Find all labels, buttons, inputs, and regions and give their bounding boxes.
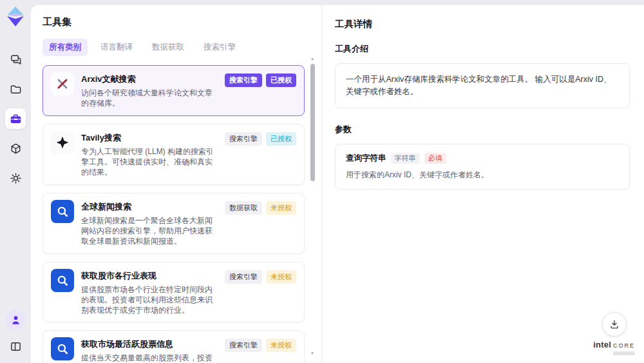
tool-category-tag: 搜索引擎 xyxy=(225,270,262,284)
params-list: 查询字符串 字符串 必填 用于搜索的Arxiv ID、关键字或作者姓名。 xyxy=(335,144,630,190)
gear-icon xyxy=(10,172,22,184)
tool-description: 提供当天交易量最高的股票列表，投资者可以利用这些信息来识别流动性强的股票和潜在的… xyxy=(81,353,218,363)
tool-category-tag: 搜索引擎 xyxy=(225,74,262,87)
tab-all[interactable]: 所有类别 xyxy=(43,39,88,56)
scroll-up-icon[interactable]: ▲ xyxy=(310,55,314,62)
param-card: 查询字符串 字符串 必填 用于搜索的Arxiv ID、关键字或作者姓名。 xyxy=(335,144,630,190)
tool-icon xyxy=(51,131,74,154)
param-required-badge: 必填 xyxy=(424,153,446,164)
tool-icon xyxy=(51,337,74,360)
tool-auth-badge: 未授权 xyxy=(266,201,296,215)
tool-detail-panel: 工具详情 工具介绍 一个用于从Arxiv存储库搜索科学论文和文章的工具。 输入可… xyxy=(322,5,644,363)
tool-card[interactable]: Arxiv文献搜索 访问各个研究领域大量科学论文和文章的存储库。 搜索引擎 已授… xyxy=(43,65,305,116)
tool-icon xyxy=(51,200,74,223)
sidebar-item-profile[interactable] xyxy=(6,310,25,329)
intro-heading: 工具介绍 xyxy=(335,43,630,55)
scroll-down-icon[interactable]: ▼ xyxy=(310,350,314,357)
tool-list: Arxiv文献搜索 访问各个研究领域大量科学论文和文章的存储库。 搜索引擎 已授… xyxy=(43,65,305,363)
download-icon xyxy=(609,319,620,330)
param-type-badge: 字符串 xyxy=(391,153,420,164)
search-logo-icon xyxy=(55,273,70,288)
tool-icon xyxy=(51,72,74,95)
tool-auth-badge: 未授权 xyxy=(266,270,296,284)
user-icon xyxy=(10,314,22,326)
tool-icon xyxy=(51,269,74,292)
tavily-star-icon xyxy=(55,135,70,150)
category-tabs: 所有类别语言翻译数据获取搜索引擎 xyxy=(43,39,305,56)
tool-auth-badge: 已授权 xyxy=(266,132,296,146)
folder-icon xyxy=(10,83,22,95)
tool-name: Tavily搜索 xyxy=(81,131,218,144)
sidebar-item-settings[interactable] xyxy=(5,168,26,188)
tool-auth-badge: 未授权 xyxy=(266,338,296,352)
sidebar-item-models[interactable] xyxy=(5,138,26,159)
tool-category-tag: 搜索引擎 xyxy=(225,338,262,352)
search-logo-icon xyxy=(55,204,70,219)
tool-card[interactable]: 全球新闻搜索 全球新闻搜索是一个聚合全球各大新闻网站内容的搜索引擎，帮助用户快速… xyxy=(43,193,305,254)
tool-description: 全球新闻搜索是一个聚合全球各大新闻网站内容的搜索引擎，帮助用户快速获取全球最新资… xyxy=(81,216,218,247)
tool-card[interactable]: 获取股市各行业表现 提供股票市场各个行业在特定时间段内的表现。投资者可以利用这些… xyxy=(43,262,305,323)
sidebar-item-chat[interactable] xyxy=(5,49,26,70)
intro-text: 一个用于从Arxiv存储库搜索科学论文和文章的工具。 输入可以是Arxiv ID… xyxy=(335,63,630,108)
tool-card[interactable]: 获取市场最活跃股票信息 提供当天交易量最高的股票列表，投资者可以利用这些信息来识… xyxy=(43,330,305,363)
intel-core-logo: intelcore xyxy=(593,340,635,349)
detail-title: 工具详情 xyxy=(335,18,630,30)
search-logo-icon xyxy=(55,342,70,356)
tool-description: 访问各个研究领域大量科学论文和文章的存储库。 xyxy=(81,88,218,109)
arxiv-logo-icon xyxy=(55,77,70,91)
sidebar-item-files[interactable] xyxy=(5,79,26,99)
tool-category-tag: 搜索引擎 xyxy=(225,132,262,146)
tool-description: 提供股票市场各个行业在特定时间段内的表现。投资者可以利用这些信息来识别表现优于或… xyxy=(81,285,218,316)
tab-search[interactable]: 搜索引擎 xyxy=(197,39,242,56)
tab-data[interactable]: 数据获取 xyxy=(146,39,191,56)
panel-toggle-icon xyxy=(10,340,22,353)
download-button[interactable] xyxy=(602,312,627,337)
sidebar-item-panel-toggle[interactable] xyxy=(5,336,26,357)
bottom-right-widgets: intelcore xyxy=(593,312,635,355)
app-rail xyxy=(0,0,31,363)
param-name: 查询字符串 xyxy=(346,153,386,164)
main-surface: 工具集 所有类别语言翻译数据获取搜索引擎 Arx xyxy=(31,5,644,363)
tool-list-panel: 工具集 所有类别语言翻译数据获取搜索引擎 Arx xyxy=(31,5,322,363)
tool-description: 专为人工智能代理 (LLM) 构建的搜索引擎工具。可快速提供实时、准确和真实的结… xyxy=(81,147,218,178)
tool-name: Arxiv文献搜索 xyxy=(81,72,218,85)
tool-name: 获取市场最活跃股票信息 xyxy=(81,337,218,350)
scrollbar[interactable]: ▲ ▼ xyxy=(309,55,316,357)
tool-name: 全球新闻搜索 xyxy=(81,200,218,213)
tool-auth-badge: 已授权 xyxy=(266,74,296,87)
tool-name: 获取股市各行业表现 xyxy=(81,269,218,282)
tab-translate[interactable]: 语言翻译 xyxy=(94,39,139,56)
page-title: 工具集 xyxy=(43,16,305,28)
scrollbar-thumb[interactable] xyxy=(310,64,315,181)
tool-card[interactable]: Tavily搜索 专为人工智能代理 (LLM) 构建的搜索引擎工具。可快速提供实… xyxy=(43,124,305,185)
params-heading: 参数 xyxy=(335,124,630,135)
param-description: 用于搜索的Arxiv ID、关键字或作者姓名。 xyxy=(346,170,619,181)
chat-icon xyxy=(10,54,22,66)
briefcase-icon xyxy=(10,113,22,125)
cube-icon xyxy=(10,142,22,155)
app-logo-icon xyxy=(6,6,25,27)
intel-badge-bar xyxy=(613,351,635,355)
tool-category-tag: 数据获取 xyxy=(225,201,262,215)
sidebar-item-toolbox[interactable] xyxy=(5,108,26,129)
